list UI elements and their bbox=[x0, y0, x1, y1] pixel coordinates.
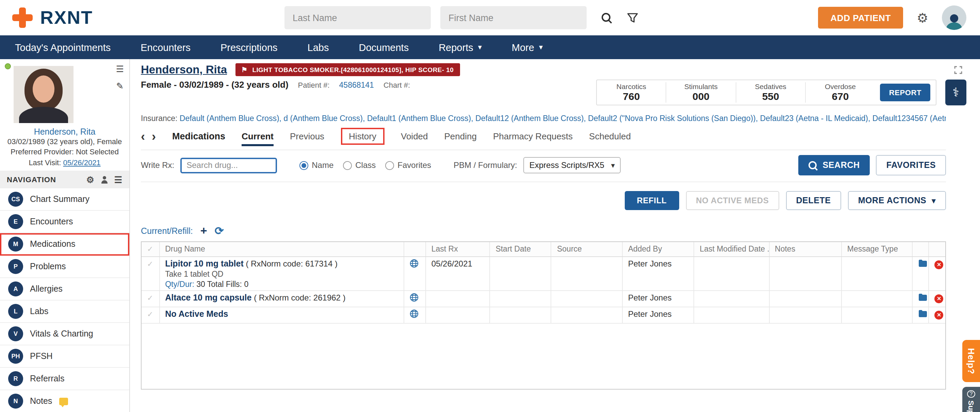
search-button[interactable]: SEARCH bbox=[798, 155, 870, 176]
sidebar-item-problems[interactable]: P Problems bbox=[0, 256, 129, 278]
sidebar-item-referrals[interactable]: R Referrals bbox=[0, 368, 129, 390]
user-avatar[interactable] bbox=[942, 5, 966, 30]
folder-icon[interactable] bbox=[918, 293, 928, 303]
brand-name: RXNT bbox=[40, 7, 93, 28]
nav-more[interactable]: More▾ bbox=[512, 42, 543, 53]
nav-settings-gear-icon[interactable]: ⚙ bbox=[86, 175, 94, 184]
pbm-formulary-select[interactable]: Express Scripts/RX5 ▾ bbox=[523, 157, 621, 173]
edit-patient-icon[interactable]: ✎ bbox=[116, 82, 124, 90]
sidebar-item-vitals-charting[interactable]: V Vitals & Charting bbox=[0, 323, 129, 345]
tab-current[interactable]: Current bbox=[242, 131, 274, 146]
rxnt-logo[interactable]: RXNT bbox=[11, 6, 93, 29]
nav-reports[interactable]: Reports▾ bbox=[439, 42, 482, 53]
tab-pharmacy-requests[interactable]: Pharmacy Requests bbox=[493, 131, 573, 141]
row-checkbox[interactable]: ✓ bbox=[147, 259, 153, 268]
first-name-input[interactable] bbox=[440, 6, 587, 29]
col-last-rx[interactable]: Last Rx bbox=[426, 242, 490, 256]
tab-history[interactable]: History bbox=[340, 128, 385, 145]
last-visit-link[interactable]: 05/26/2021 bbox=[63, 158, 101, 166]
nav-todays-appointments[interactable]: Today's Appointments bbox=[15, 42, 111, 53]
drug-search-input[interactable] bbox=[180, 157, 277, 173]
globe-icon[interactable] bbox=[410, 311, 418, 320]
col-last-modified[interactable]: Last Modified Date ... bbox=[694, 242, 769, 256]
sidebar-item-medications[interactable]: M Medications bbox=[0, 233, 129, 256]
medical-tools-button[interactable]: ⚕ bbox=[945, 79, 966, 105]
drug-name[interactable]: Altace 10 mg capsule bbox=[165, 293, 251, 302]
source-cell bbox=[551, 307, 622, 323]
row-checkbox[interactable]: ✓ bbox=[147, 293, 153, 301]
more-actions-button[interactable]: MORE ACTIONS ▾ bbox=[848, 191, 946, 210]
select-all-checkbox[interactable]: ✓ bbox=[147, 245, 153, 253]
nav-documents[interactable]: Documents bbox=[359, 42, 409, 53]
support-tab[interactable]: ? Sup... bbox=[962, 387, 980, 412]
tab-pending[interactable]: Pending bbox=[444, 131, 477, 141]
list-menu-icon[interactable]: ☰ bbox=[116, 65, 124, 73]
drug-name[interactable]: No Active Meds bbox=[165, 309, 228, 319]
favorites-button[interactable]: FAVORITES bbox=[876, 155, 946, 176]
sidebar-item-pfsh[interactable]: PH PFSH bbox=[0, 345, 129, 368]
chevron-left-icon[interactable]: ‹ bbox=[141, 130, 145, 143]
expand-icon[interactable] bbox=[954, 65, 962, 77]
tab-previous[interactable]: Previous bbox=[290, 131, 324, 141]
sidebar-item-chart-summary[interactable]: CS Chart Summary bbox=[0, 188, 129, 211]
col-source[interactable]: Source bbox=[551, 242, 622, 256]
patient-sidebar: ☰ ✎ Henderson, Rita 03/02/1989 (32 years… bbox=[0, 59, 130, 412]
main-content: Henderson, Rita ⚑ LIGHT TOBACCO SMOKER.[… bbox=[130, 59, 980, 412]
chevron-right-icon[interactable]: › bbox=[152, 130, 156, 143]
insurance-list[interactable]: Default (Anthem Blue Cross), d (Anthem B… bbox=[180, 114, 946, 122]
tab-scheduled[interactable]: Scheduled bbox=[589, 131, 631, 141]
patient-number-link[interactable]: 45868141 bbox=[339, 81, 374, 89]
risk-scores-panel: Narcotics 760 Stimulants 000 Sedatives 5… bbox=[596, 79, 937, 105]
clinical-alert-badge[interactable]: ⚑ LIGHT TOBACCO SMOKER.[428061000124105]… bbox=[235, 63, 460, 76]
refill-button[interactable]: REFILL bbox=[625, 191, 679, 210]
tab-voided[interactable]: Voided bbox=[401, 131, 428, 141]
col-message-type[interactable]: Message Type bbox=[842, 242, 913, 256]
drug-name[interactable]: Lipitor 10 mg tablet bbox=[165, 259, 243, 268]
nav-encounters[interactable]: Encounters bbox=[140, 42, 191, 53]
last-rx-cell: 05/26/2021 bbox=[426, 256, 490, 290]
radio-name[interactable]: Name bbox=[299, 160, 334, 170]
globe-icon[interactable] bbox=[410, 260, 418, 269]
chart-number-label: Chart #: bbox=[383, 81, 410, 89]
delete-button[interactable]: DELETE bbox=[786, 191, 841, 210]
nav-list-icon[interactable]: ☰ bbox=[115, 175, 123, 184]
help-tab[interactable]: Help? bbox=[962, 340, 980, 382]
sidebar-item-encounters[interactable]: E Encounters bbox=[0, 211, 129, 233]
col-added-by[interactable]: Added By bbox=[622, 242, 694, 256]
patient-name-link[interactable]: Henderson, Rita bbox=[4, 127, 125, 137]
sidebar-item-notes[interactable]: N Notes bbox=[0, 390, 129, 412]
score-narcotics: Narcotics 760 bbox=[597, 82, 666, 103]
add-medication-icon[interactable]: + bbox=[200, 225, 207, 236]
remove-icon[interactable]: ✕ bbox=[935, 311, 943, 319]
folder-icon[interactable] bbox=[918, 310, 928, 319]
add-patient-button[interactable]: ADD PATIENT bbox=[818, 7, 903, 29]
col-start-date[interactable]: Start Date bbox=[490, 242, 551, 256]
sidebar-item-allergies[interactable]: A Allergies bbox=[0, 278, 129, 301]
filter-icon[interactable] bbox=[627, 12, 638, 24]
nav-prescriptions[interactable]: Prescriptions bbox=[221, 42, 278, 53]
folder-icon[interactable] bbox=[918, 259, 928, 269]
report-button[interactable]: REPORT bbox=[880, 84, 930, 101]
sidebar-item-labs[interactable]: L Labs bbox=[0, 301, 129, 323]
start-date-cell bbox=[490, 307, 551, 323]
remove-icon[interactable]: ✕ bbox=[935, 260, 943, 269]
patient-header-name[interactable]: Henderson, Rita bbox=[141, 63, 227, 76]
col-notes[interactable]: Notes bbox=[769, 242, 842, 256]
globe-icon[interactable] bbox=[410, 294, 418, 304]
person-icon[interactable] bbox=[101, 176, 108, 183]
sidebar-item-label: Referrals bbox=[30, 374, 64, 383]
settings-gear-icon[interactable]: ⚙ bbox=[917, 11, 928, 24]
rxnorm-code: ( RxNorm code: 617314 ) bbox=[246, 259, 337, 268]
no-active-meds-button: NO ACTIVE MEDS bbox=[686, 191, 779, 210]
refresh-icon[interactable]: ⟳ bbox=[215, 225, 224, 236]
row-checkbox[interactable]: ✓ bbox=[147, 310, 153, 318]
remove-icon[interactable]: ✕ bbox=[935, 294, 943, 303]
last-name-input[interactable] bbox=[285, 6, 431, 29]
table-row: ✓ Altace 10 mg capsule ( RxNorm code: 26… bbox=[142, 290, 945, 307]
radio-favorites[interactable]: Favorites bbox=[385, 160, 431, 170]
chevron-down-icon: ▾ bbox=[539, 43, 543, 52]
nav-labs[interactable]: Labs bbox=[308, 42, 329, 53]
col-drug-name[interactable]: Drug Name bbox=[159, 242, 404, 256]
radio-class[interactable]: Class bbox=[343, 160, 375, 170]
search-icon[interactable] bbox=[601, 13, 612, 23]
